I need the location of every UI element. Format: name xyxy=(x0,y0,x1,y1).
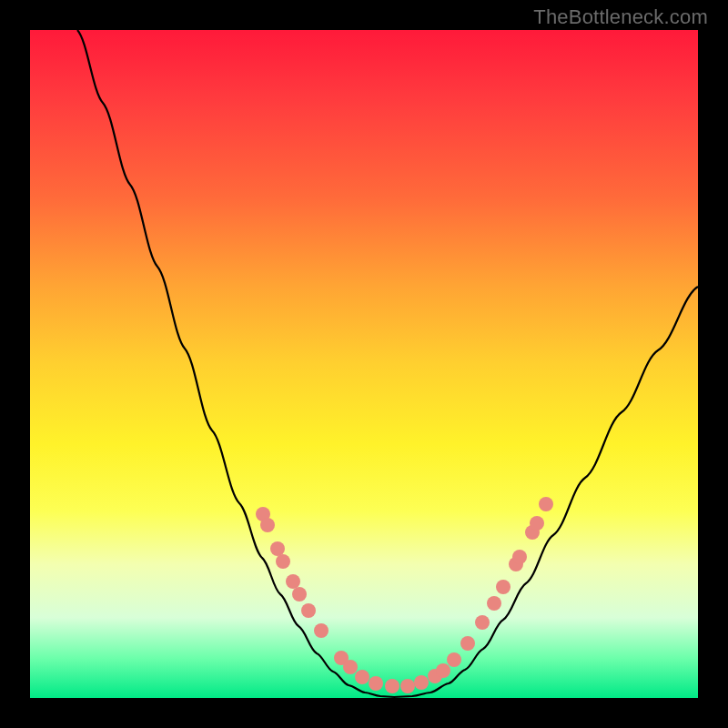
data-point xyxy=(447,652,461,667)
data-point xyxy=(343,660,358,674)
data-point xyxy=(286,574,300,589)
data-point xyxy=(400,679,415,693)
data-point xyxy=(512,550,527,564)
left-curve xyxy=(77,30,394,697)
chart-svg xyxy=(30,30,698,698)
data-point xyxy=(301,603,316,618)
data-point xyxy=(487,596,501,611)
data-point xyxy=(475,615,490,630)
data-points xyxy=(256,497,553,693)
data-point xyxy=(460,636,475,651)
data-point xyxy=(369,676,383,691)
data-point xyxy=(414,675,429,690)
data-point xyxy=(314,623,329,638)
data-point xyxy=(270,541,285,556)
data-point xyxy=(276,554,290,569)
plot-area xyxy=(30,30,698,698)
data-point xyxy=(436,663,450,678)
data-point xyxy=(496,580,511,594)
chart-frame: TheBottleneck.com xyxy=(0,0,728,728)
right-curve xyxy=(394,287,698,697)
data-point xyxy=(292,587,307,602)
data-point xyxy=(530,516,544,531)
data-point xyxy=(260,518,275,532)
data-point xyxy=(539,497,553,511)
watermark-text: TheBottleneck.com xyxy=(533,5,708,29)
data-point xyxy=(355,670,369,684)
data-point xyxy=(385,679,399,693)
